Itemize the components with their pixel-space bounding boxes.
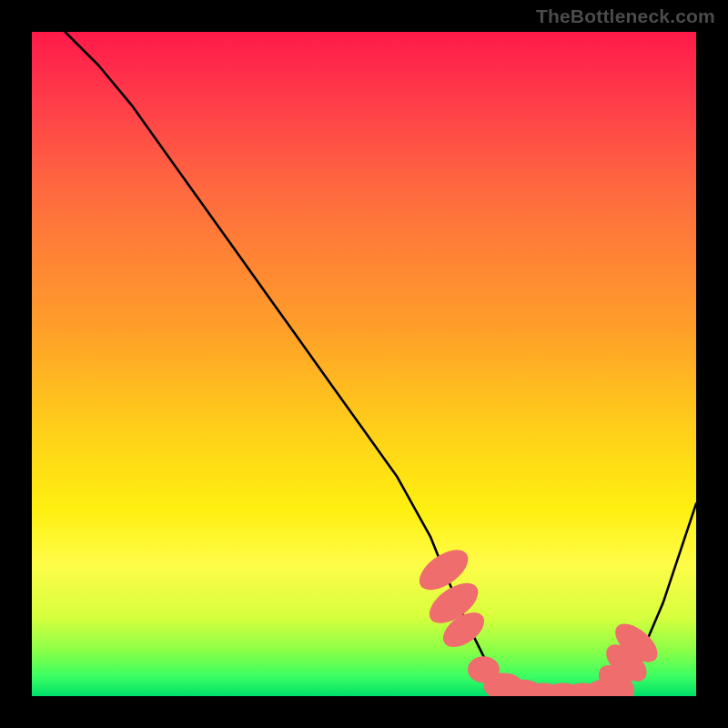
gradient-plot-area [32,32,696,696]
chart-frame: TheBottleneck.com [0,0,728,728]
watermark-text: TheBottleneck.com [536,5,715,27]
bottleneck-curve [66,32,697,696]
bottleneck-chart [32,32,696,696]
